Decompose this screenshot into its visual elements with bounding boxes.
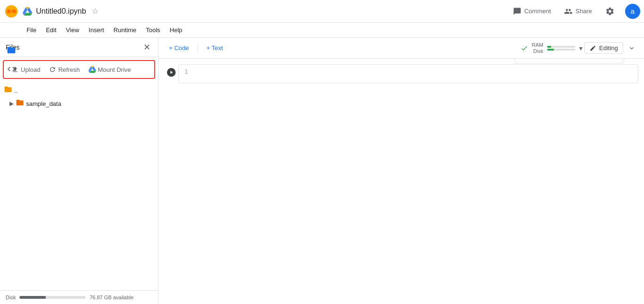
google-drive-icon xyxy=(23,7,32,16)
add-comment-button[interactable] xyxy=(563,59,576,62)
tree-item-parent[interactable]: .. xyxy=(0,84,158,97)
pencil-icon xyxy=(590,45,596,52)
toolbar-divider xyxy=(197,43,198,53)
share-button[interactable]: Share xyxy=(561,5,595,17)
content-area: + Code + Text RAM Disk xyxy=(159,38,644,304)
disk-bar xyxy=(547,49,575,51)
menu-runtime[interactable]: Runtime xyxy=(110,25,140,35)
chevron-right-icon[interactable]: ▶ xyxy=(9,100,14,107)
topbar: Untitled0.ipynb ☆ Comment Share a xyxy=(0,0,644,23)
check-icon xyxy=(520,44,528,52)
cell-container: ↑ ↓ xyxy=(159,64,644,83)
cell-wrapper: 1 xyxy=(164,64,638,83)
refresh-button[interactable]: Refresh xyxy=(45,64,84,75)
file-tree: .. ▶ sample_data xyxy=(0,82,158,290)
menu-edit[interactable]: Edit xyxy=(42,25,60,35)
menu-help[interactable]: Help xyxy=(166,25,186,35)
ram-bar xyxy=(547,46,575,48)
main-layout: Files ✕ Upload Refresh xyxy=(0,38,644,304)
resource-labels: RAM Disk xyxy=(532,42,543,54)
menubar: File Edit View Insert Runtime Tools Help xyxy=(0,23,644,38)
mount-drive-button[interactable]: Mount Drive xyxy=(85,64,135,75)
sidebar-title: Files xyxy=(6,43,141,51)
sidebar-toolbar: Upload Refresh Mount Drive xyxy=(3,60,155,79)
disk-bar-fill xyxy=(547,49,554,51)
folder-open-icon xyxy=(16,98,24,109)
resource-area: RAM Disk ▾ xyxy=(520,42,582,54)
comment-button[interactable]: Comment xyxy=(510,5,554,17)
user-avatar[interactable]: a xyxy=(625,4,640,19)
topbar-right: Comment Share a xyxy=(510,4,640,19)
sidebar-header: Files ✕ xyxy=(0,38,158,57)
cell-toolbar: ↑ ↓ xyxy=(514,59,624,63)
add-text-button[interactable]: + Text xyxy=(202,43,228,53)
run-cell-button[interactable] xyxy=(164,65,178,79)
content-toolbar: + Code + Text RAM Disk xyxy=(159,38,644,59)
folder-icon xyxy=(4,85,12,96)
menu-file[interactable]: File xyxy=(23,25,40,35)
move-down-button[interactable]: ↓ xyxy=(531,59,544,62)
code-icon[interactable] xyxy=(3,61,20,78)
resource-dropdown-icon[interactable]: ▾ xyxy=(579,44,582,52)
disk-usage-bar xyxy=(19,296,86,299)
files-panel-icon[interactable] xyxy=(3,42,20,59)
sidebar-footer: Disk 76.87 GB available xyxy=(0,290,158,304)
resource-bars xyxy=(547,46,575,51)
notebook-area: ↑ ↓ xyxy=(159,59,644,304)
add-code-button[interactable]: + Code xyxy=(164,43,194,53)
ram-bar-fill xyxy=(547,46,551,48)
tree-item-sample-data[interactable]: ▶ sample_data xyxy=(0,97,158,110)
sidebar: Files ✕ Upload Refresh xyxy=(0,38,159,304)
cell-toolbar-divider2 xyxy=(606,59,607,59)
disk-bar-fill xyxy=(19,296,46,299)
line-number: 1 xyxy=(185,69,188,75)
cell-toolbar-divider xyxy=(546,59,547,59)
menu-insert[interactable]: Insert xyxy=(85,25,108,35)
menu-tools[interactable]: Tools xyxy=(142,25,164,35)
svg-point-2 xyxy=(12,9,16,13)
colab-logo[interactable] xyxy=(4,4,19,19)
delete-cell-button[interactable] xyxy=(591,59,604,62)
menu-view[interactable]: View xyxy=(62,25,83,35)
editing-button[interactable]: Editing xyxy=(584,42,623,54)
star-icon[interactable]: ☆ xyxy=(92,7,98,16)
close-sidebar-button[interactable]: ✕ xyxy=(141,42,152,53)
notebook-name[interactable]: Untitled0.ipynb xyxy=(36,7,86,16)
settings-button[interactable] xyxy=(602,5,618,18)
svg-point-1 xyxy=(7,9,11,13)
settings-cell-button[interactable] xyxy=(577,59,590,62)
more-options-button[interactable]: ⋮ xyxy=(609,59,622,62)
cell-content[interactable]: 1 xyxy=(178,64,638,83)
collapse-button[interactable] xyxy=(625,42,638,55)
cell-line: 1 xyxy=(185,69,632,75)
insert-link-button[interactable] xyxy=(548,59,562,62)
move-up-button[interactable]: ↑ xyxy=(517,59,530,62)
